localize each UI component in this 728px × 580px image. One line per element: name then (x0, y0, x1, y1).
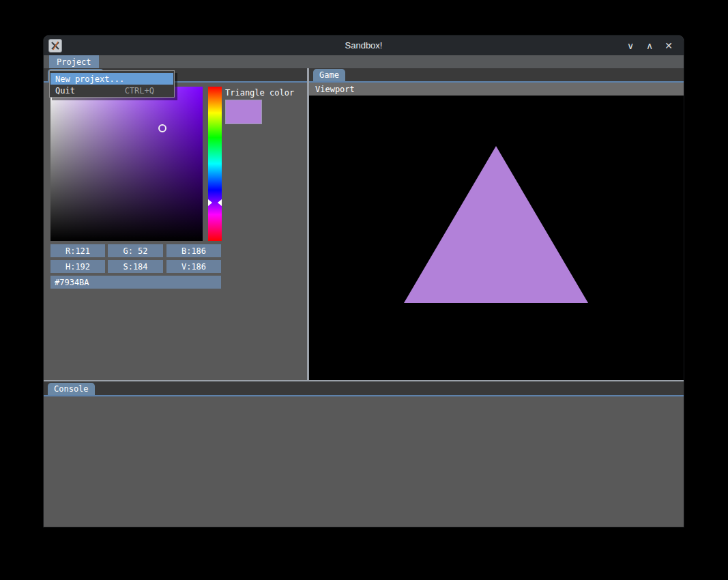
color-swatch[interactable] (225, 100, 262, 124)
minimize-icon[interactable]: ∨ (624, 39, 637, 53)
window-title: Sandbox! (44, 40, 684, 50)
red-field[interactable]: R:121 (50, 244, 105, 257)
hue-marker-right-icon[interactable] (218, 199, 222, 206)
menu-item-label: Quit (55, 86, 75, 96)
hue-field[interactable]: H:192 (50, 260, 105, 273)
project-menu-popup: New projext... Quit CTRL+Q (49, 70, 175, 98)
viewport-title: Viewport (315, 85, 355, 94)
triangle-color-label: Triangle color (225, 88, 294, 98)
tab-game[interactable]: Game (313, 69, 345, 81)
viewport-header[interactable]: Viewport (309, 83, 684, 96)
main-area: Triangle color R:121 G: 52 B:186 H:192 S… (44, 68, 684, 380)
sv-cursor[interactable] (158, 124, 166, 132)
menu-item-quit[interactable]: Quit CTRL+Q (50, 85, 173, 96)
settings-panel: Triangle color R:121 G: 52 B:186 H:192 S… (44, 68, 307, 380)
menu-item-shortcut: CTRL+Q (125, 86, 154, 96)
saturation-field[interactable]: S:184 (108, 260, 163, 273)
desktop: Sandbox! ∨ ∧ ✕ Project (0, 0, 728, 580)
settings-content: Triangle color R:121 G: 52 B:186 H:192 S… (44, 83, 307, 380)
console-content (44, 396, 684, 527)
green-field[interactable]: G: 52 (108, 244, 163, 257)
menubar: Project (44, 55, 684, 68)
maximize-icon[interactable]: ∧ (643, 39, 656, 53)
game-panel: Game Viewport (309, 68, 684, 380)
tab-console[interactable]: Console (48, 383, 95, 395)
console-tabbar: Console (44, 381, 684, 396)
app-window: Sandbox! ∨ ∧ ✕ Project (44, 35, 684, 527)
titlebar[interactable]: Sandbox! ∨ ∧ ✕ (44, 35, 684, 55)
app-icon (48, 39, 62, 53)
window-controls: ∨ ∧ ✕ (624, 39, 675, 53)
menu-project[interactable]: Project (49, 55, 99, 68)
rendered-triangle (404, 146, 588, 303)
hue-marker-left-icon[interactable] (208, 199, 212, 206)
game-tabbar: Game (309, 68, 684, 83)
value-field[interactable]: V:186 (166, 260, 221, 273)
menu-item-label: New projext... (55, 74, 124, 84)
viewport (309, 96, 684, 380)
hue-slider[interactable] (208, 87, 222, 241)
close-icon[interactable]: ✕ (662, 39, 675, 53)
blue-field[interactable]: B:186 (166, 244, 221, 257)
hex-field[interactable]: #7934BA (50, 276, 221, 289)
saturation-value-picker[interactable] (50, 87, 203, 241)
menu-item-new-project[interactable]: New projext... (50, 73, 173, 85)
